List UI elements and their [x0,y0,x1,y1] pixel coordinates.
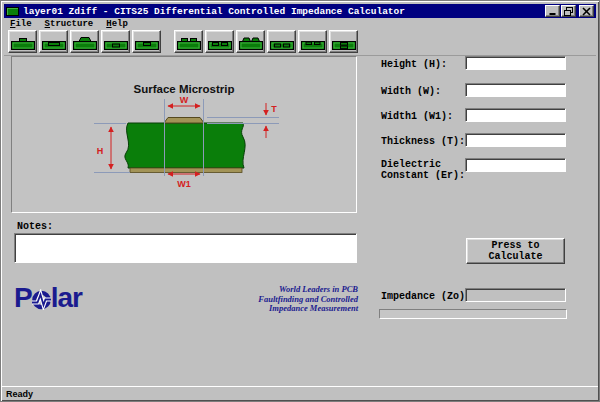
toolbar-button-diff-offset-stripline[interactable] [298,30,327,53]
width1-label: Width1 (W1): [381,111,473,122]
menu-help[interactable]: Help [104,19,130,29]
calculate-button-line1: Press to [491,240,539,251]
dielectric-constant-input[interactable] [465,158,566,172]
structure-diagram-panel: Surface Microstrip [11,56,357,213]
minimize-icon [548,7,557,16]
minimize-button[interactable] [545,5,560,17]
progress-bar [379,309,567,319]
thickness-label: Thickness (T): [381,136,473,147]
calculate-button[interactable]: Press to Calculate [466,238,565,264]
status-bar: Ready [2,386,598,400]
height-input[interactable] [465,56,566,70]
width1-input[interactable] [465,108,566,122]
toolbar-button-diff-stripline[interactable] [267,30,296,53]
window-title: layer01 Zdiff - CITS25 Differential Cont… [23,6,405,17]
restore-button[interactable] [561,5,576,17]
menu-structure[interactable]: Structure [43,19,96,29]
toolbar-button-diff-embedded-microstrip[interactable] [205,30,234,53]
diff-embedded-microstrip-icon [208,33,232,51]
polar-logo: Plar [14,284,82,312]
dim-label-t: T [271,104,277,114]
tagline-line3: Impedance Measurement [216,304,358,314]
broadside-coupled-stripline-icon [332,33,356,51]
toolbar-button-stripline[interactable] [101,30,130,53]
toolbar-button-surface-microstrip[interactable] [8,30,37,53]
polar-logo-p: P [14,284,32,312]
dim-label-h: H [97,146,104,156]
polar-logo-o-pulse-icon [31,289,52,310]
trace-shape [164,118,204,124]
height-label: Height (H): [381,59,473,70]
menu-file[interactable]: File [8,19,34,29]
stripline-icon [104,33,128,51]
restore-icon [564,7,573,16]
title-bar: layer01 Zdiff - CITS25 Differential Cont… [4,4,596,18]
diagram-title: Surface Microstrip [134,83,235,95]
toolbar-button-diff-coated-microstrip[interactable] [236,30,265,53]
width-label: Width (W): [381,86,473,97]
notes-input[interactable] [14,233,357,263]
embedded-microstrip-icon [42,33,66,51]
substrate-shape [125,123,245,168]
application-window: layer01 Zdiff - CITS25 Differential Cont… [0,0,600,402]
close-button[interactable] [579,5,594,17]
dim-label-w: W [180,95,189,105]
toolbar [4,30,596,55]
diff-offset-stripline-icon [301,33,325,51]
coated-microstrip-icon [73,33,97,51]
width-input[interactable] [465,83,566,97]
impedance-label: Impedance (Zo): [381,291,471,302]
diff-coated-microstrip-icon [239,33,263,51]
structure-diagram: Surface Microstrip [12,57,356,212]
close-icon [582,7,591,16]
menu-bar: File Structure Help [4,18,596,30]
calculate-button-line2: Calculate [488,251,542,262]
thickness-input[interactable] [465,133,566,147]
diff-stripline-icon [270,33,294,51]
diff-surface-microstrip-icon [177,33,201,51]
toolbar-button-coated-microstrip[interactable] [70,30,99,53]
status-text: Ready [6,389,33,399]
brand-tagline: World Leaders in PCB Faultfinding and Co… [216,285,358,314]
offset-stripline-icon [135,33,159,51]
app-icon [6,7,19,16]
dielectric-constant-label: Dielectric Constant (Er): [381,159,473,181]
ground-plane-shape [130,168,242,173]
toolbar-button-broadside-coupled-stripline[interactable] [329,30,358,53]
surface-microstrip-icon [11,33,35,51]
dim-label-w1: W1 [177,179,191,189]
toolbar-button-diff-surface-microstrip[interactable] [174,30,203,53]
toolbar-button-offset-stripline[interactable] [132,30,161,53]
impedance-output [465,288,566,302]
toolbar-button-embedded-microstrip[interactable] [39,30,68,53]
notes-label: Notes: [17,221,53,232]
polar-logo-lar: lar [51,284,82,312]
